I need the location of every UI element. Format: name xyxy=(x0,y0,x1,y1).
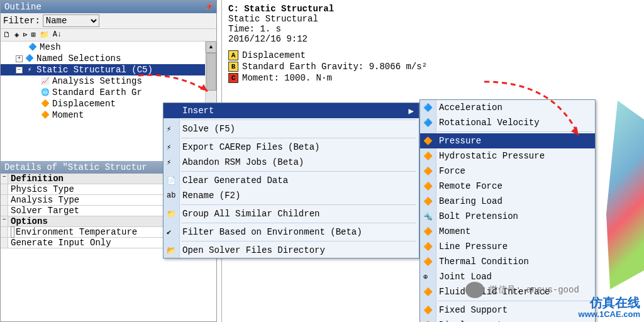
legend-text: Moment: 1000. N·m xyxy=(242,73,332,83)
menu-item-label: Force xyxy=(439,166,465,176)
menu-item[interactable]: 🔩Bolt Pretension xyxy=(420,209,595,224)
menu-separator xyxy=(438,131,592,132)
menu-item[interactable]: ✔Filter Based on Environment (Beta) xyxy=(164,225,419,240)
menu-item-label: Bolt Pretension xyxy=(439,211,518,221)
tree-node-icon: 🌐 xyxy=(41,88,50,97)
tree-item-label: Static Structural (C5) xyxy=(36,65,153,75)
watermark-wechat: 微信号: ansys-good xyxy=(465,282,579,298)
menu-item-label: Hydrostatic Pressure xyxy=(439,151,545,161)
geometry-preview xyxy=(606,101,644,289)
watermark-brand-url: www.1CAE.com xyxy=(579,309,640,319)
legend-text: Standard Earth Gravity: 9.8066 m/s² xyxy=(242,62,427,72)
legend-item: BStandard Earth Gravity: 9.8066 m/s² xyxy=(228,62,638,72)
menu-item-label: Joint Load xyxy=(439,272,492,282)
menu-item-label: Open Solver Files Directory xyxy=(182,245,325,255)
menu-item-icon: ⊕ xyxy=(423,272,428,282)
legend-item: ADisplacement xyxy=(228,50,638,60)
menu-item-icon: 🔷 xyxy=(423,118,433,128)
filter-row: Filter: Name xyxy=(1,13,216,29)
menu-item-icon: 🔶 xyxy=(423,197,433,206)
menu-item-label: Pressure xyxy=(439,136,481,146)
menu-item[interactable]: 🔶Line Pressure xyxy=(420,239,595,254)
toolbar-btn[interactable]: ◈ xyxy=(14,30,19,40)
menu-item-label: Abandon RSM Jobs (Beta) xyxy=(182,157,304,167)
tree-node-icon: 🔶 xyxy=(41,111,50,119)
legend-tag-icon: B xyxy=(228,62,238,72)
menu-item-label: Acceleration xyxy=(439,103,502,113)
menu-item[interactable]: 🔶Displacement xyxy=(420,318,595,322)
menu-item-label: Moment xyxy=(439,226,470,236)
menu-item-icon: 🔶 xyxy=(423,306,433,315)
menu-separator xyxy=(181,171,416,172)
menu-item-label: Bearing Load xyxy=(439,196,502,206)
menu-item[interactable]: 🔶Moment xyxy=(420,224,595,239)
menu-separator xyxy=(181,119,416,120)
menu-item[interactable]: 🔶Hydrostatic Pressure xyxy=(420,148,595,164)
menu-item-label: Line Pressure xyxy=(439,242,508,252)
tree-node-icon: 🔷 xyxy=(28,43,37,52)
tree-item-label: Standard Earth Gr xyxy=(52,87,142,97)
menu-item-label: Remote Force xyxy=(439,181,502,191)
menu-item-icon: ⚡ xyxy=(167,158,171,167)
legend-date: 2016/12/16 9:12 xyxy=(228,34,638,44)
legend-text: Displacement xyxy=(242,50,306,60)
tree-item-label: Moment xyxy=(52,110,84,120)
menu-separator xyxy=(438,301,592,301)
toolbar-btn[interactable]: A↓ xyxy=(53,30,62,40)
pin-icon[interactable]: 📌 xyxy=(205,3,213,11)
menu-item[interactable]: ⚡Export CAERep Files (Beta) xyxy=(164,140,419,155)
expand-icon[interactable]: − xyxy=(16,67,23,74)
menu-item[interactable]: 📂Open Solver Files Directory xyxy=(164,243,419,258)
outline-toolbar: 🗋 ◈ ⊳ ⊞ 📁 A↓ xyxy=(1,29,216,42)
scroll-thumb[interactable] xyxy=(206,53,216,91)
toolbar-btn[interactable]: 🗋 xyxy=(3,30,11,40)
tree-item[interactable]: 📈Analysis Settings xyxy=(1,75,216,87)
menu-item[interactable]: abRename (F2) xyxy=(164,188,419,203)
menu-item-label: Group All Similar Children xyxy=(182,209,319,219)
menu-item[interactable]: 🔶Fixed Support xyxy=(420,303,595,318)
scroll-up-icon[interactable]: ▲ xyxy=(206,42,216,53)
menu-item-icon: 🔷 xyxy=(423,103,433,113)
menu-item[interactable]: 🔶Thermal Condition xyxy=(420,254,595,269)
tree-item[interactable]: 🔷Mesh xyxy=(1,42,216,53)
menu-item-icon: 🔶 xyxy=(423,167,433,176)
toolbar-btn[interactable]: 📁 xyxy=(40,30,49,40)
menu-item[interactable]: 🔷Acceleration xyxy=(420,100,595,115)
legend-time: Time: 1. s xyxy=(228,24,638,34)
menu-separator xyxy=(181,241,416,242)
tree-item[interactable]: +🔷Named Selections xyxy=(1,53,216,64)
menu-item-label: Export CAERep Files (Beta) xyxy=(182,142,319,152)
tree-item-label: Mesh xyxy=(40,42,61,52)
tree-item-label: Analysis Settings xyxy=(52,76,142,86)
outline-title: Outline xyxy=(4,2,42,12)
menu-item[interactable]: ⚡Abandon RSM Jobs (Beta) xyxy=(164,155,419,170)
menu-item[interactable]: 🔶Pressure xyxy=(420,133,595,148)
tree-item[interactable]: 🌐Standard Earth Gr xyxy=(1,87,216,98)
menu-item[interactable]: 📁Group All Similar Children xyxy=(164,206,419,221)
menu-separator xyxy=(181,138,416,138)
menu-item[interactable]: 🔷Rotational Velocity xyxy=(420,115,595,130)
menu-item[interactable]: Insert▶ xyxy=(164,103,419,118)
menu-item[interactable]: ⚡Solve (F5) xyxy=(164,121,419,136)
menu-item[interactable]: 🔶Force xyxy=(420,164,595,179)
menu-item-label: Fixed Support xyxy=(439,305,508,315)
menu-item[interactable]: 📄Clear Generated Data xyxy=(164,173,419,188)
menu-item-icon: 📄 xyxy=(167,176,176,186)
tree-item-label: Displacement xyxy=(52,99,116,109)
filter-select[interactable]: Name xyxy=(43,14,99,27)
toolbar-btn[interactable]: ⊳ xyxy=(23,30,27,40)
tree-item[interactable]: −⚡Static Structural (C5) xyxy=(1,64,216,75)
menu-item-icon: ab xyxy=(167,191,175,200)
legend-block: C: Static Structural Static Structural T… xyxy=(222,0,644,87)
expand-icon[interactable]: + xyxy=(16,55,23,62)
toolbar-btn[interactable]: ⊞ xyxy=(31,30,35,40)
menu-separator xyxy=(181,223,416,223)
menu-item-label: Thermal Condition xyxy=(439,257,529,267)
menu-item[interactable]: 🔶Bearing Load xyxy=(420,194,595,209)
menu-item-label: Insert xyxy=(182,106,214,116)
menu-item-icon: 🔶 xyxy=(423,287,433,297)
legend-tag-icon: A xyxy=(228,50,238,60)
menu-item[interactable]: 🔶Remote Force xyxy=(420,179,595,194)
tree-node-icon: 🔷 xyxy=(25,54,34,63)
menu-item-icon: 🔩 xyxy=(423,212,433,221)
